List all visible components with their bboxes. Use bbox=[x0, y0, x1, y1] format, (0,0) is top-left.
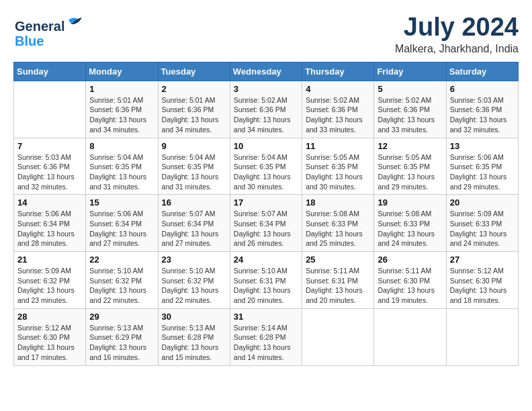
day-info: Sunrise: 5:12 AM Sunset: 6:30 PM Dayligh… bbox=[17, 323, 82, 363]
calendar-cell: 8Sunrise: 5:04 AM Sunset: 6:35 PM Daylig… bbox=[86, 138, 158, 195]
day-number: 21 bbox=[17, 255, 82, 265]
day-info: Sunrise: 5:10 AM Sunset: 6:31 PM Dayligh… bbox=[234, 266, 298, 306]
calendar-cell: 19Sunrise: 5:08 AM Sunset: 6:33 PM Dayli… bbox=[374, 195, 446, 252]
day-info: Sunrise: 5:11 AM Sunset: 6:31 PM Dayligh… bbox=[306, 266, 370, 306]
calendar-cell: 30Sunrise: 5:13 AM Sunset: 6:28 PM Dayli… bbox=[158, 308, 230, 365]
day-number: 4 bbox=[306, 84, 370, 94]
day-number: 1 bbox=[89, 84, 154, 94]
calendar-cell: 15Sunrise: 5:06 AM Sunset: 6:34 PM Dayli… bbox=[86, 195, 158, 252]
day-number: 31 bbox=[234, 312, 298, 322]
header-monday: Monday bbox=[86, 62, 158, 81]
day-info: Sunrise: 5:03 AM Sunset: 6:36 PM Dayligh… bbox=[17, 152, 82, 192]
calendar-cell: 12Sunrise: 5:05 AM Sunset: 6:35 PM Dayli… bbox=[374, 138, 446, 195]
day-info: Sunrise: 5:10 AM Sunset: 6:32 PM Dayligh… bbox=[89, 266, 154, 306]
calendar-cell: 3Sunrise: 5:02 AM Sunset: 6:36 PM Daylig… bbox=[230, 81, 302, 138]
calendar-cell bbox=[302, 308, 374, 365]
day-number: 9 bbox=[162, 141, 226, 151]
svg-text:General: General bbox=[15, 19, 64, 34]
calendar-cell bbox=[14, 81, 86, 138]
day-number: 10 bbox=[234, 141, 298, 151]
calendar-week-1: 1Sunrise: 5:01 AM Sunset: 6:36 PM Daylig… bbox=[14, 81, 519, 138]
day-number: 24 bbox=[234, 255, 298, 265]
svg-text:Blue: Blue bbox=[15, 34, 44, 48]
day-info: Sunrise: 5:09 AM Sunset: 6:33 PM Dayligh… bbox=[450, 209, 515, 248]
day-number: 7 bbox=[17, 141, 82, 151]
day-number: 19 bbox=[378, 197, 442, 208]
day-info: Sunrise: 5:13 AM Sunset: 6:29 PM Dayligh… bbox=[89, 323, 154, 363]
day-number: 20 bbox=[450, 197, 515, 208]
logo-svg: General Blue bbox=[13, 13, 87, 50]
day-info: Sunrise: 5:07 AM Sunset: 6:34 PM Dayligh… bbox=[162, 209, 226, 248]
calendar-cell: 23Sunrise: 5:10 AM Sunset: 6:32 PM Dayli… bbox=[158, 252, 230, 309]
calendar-cell: 29Sunrise: 5:13 AM Sunset: 6:29 PM Dayli… bbox=[86, 308, 158, 365]
day-info: Sunrise: 5:01 AM Sunset: 6:36 PM Dayligh… bbox=[89, 95, 154, 135]
day-number: 2 bbox=[162, 84, 226, 94]
title-section: July 2024 Malkera, Jharkhand, India bbox=[395, 13, 519, 55]
calendar-cell: 1Sunrise: 5:01 AM Sunset: 6:36 PM Daylig… bbox=[86, 81, 158, 138]
day-info: Sunrise: 5:06 AM Sunset: 6:34 PM Dayligh… bbox=[89, 209, 154, 248]
day-info: Sunrise: 5:07 AM Sunset: 6:34 PM Dayligh… bbox=[234, 209, 298, 248]
logo: General Blue bbox=[13, 13, 87, 50]
day-number: 17 bbox=[234, 197, 298, 208]
calendar-cell: 4Sunrise: 5:02 AM Sunset: 6:36 PM Daylig… bbox=[302, 81, 374, 138]
calendar-title: July 2024 bbox=[395, 13, 519, 42]
calendar-cell: 27Sunrise: 5:12 AM Sunset: 6:30 PM Dayli… bbox=[446, 252, 518, 309]
header-friday: Friday bbox=[374, 62, 446, 81]
day-number: 27 bbox=[450, 255, 515, 265]
day-info: Sunrise: 5:04 AM Sunset: 6:35 PM Dayligh… bbox=[89, 152, 154, 192]
day-number: 25 bbox=[306, 255, 370, 265]
calendar-header-row: Sunday Monday Tuesday Wednesday Thursday… bbox=[14, 62, 519, 81]
calendar-week-4: 21Sunrise: 5:09 AM Sunset: 6:32 PM Dayli… bbox=[14, 252, 519, 309]
day-number: 16 bbox=[162, 197, 226, 208]
calendar-cell: 28Sunrise: 5:12 AM Sunset: 6:30 PM Dayli… bbox=[14, 308, 86, 365]
day-number: 22 bbox=[89, 255, 154, 265]
day-info: Sunrise: 5:14 AM Sunset: 6:28 PM Dayligh… bbox=[234, 323, 298, 363]
day-info: Sunrise: 5:01 AM Sunset: 6:36 PM Dayligh… bbox=[162, 95, 226, 135]
header-saturday: Saturday bbox=[446, 62, 518, 81]
day-number: 14 bbox=[17, 197, 82, 208]
day-info: Sunrise: 5:02 AM Sunset: 6:36 PM Dayligh… bbox=[234, 95, 298, 135]
day-number: 6 bbox=[450, 84, 515, 94]
header-wednesday: Wednesday bbox=[230, 62, 302, 81]
day-info: Sunrise: 5:04 AM Sunset: 6:35 PM Dayligh… bbox=[162, 152, 226, 192]
day-number: 30 bbox=[162, 312, 226, 322]
day-info: Sunrise: 5:08 AM Sunset: 6:33 PM Dayligh… bbox=[378, 209, 442, 248]
day-info: Sunrise: 5:06 AM Sunset: 6:35 PM Dayligh… bbox=[450, 152, 515, 192]
day-number: 5 bbox=[378, 84, 442, 94]
day-info: Sunrise: 5:04 AM Sunset: 6:35 PM Dayligh… bbox=[234, 152, 298, 192]
calendar-cell: 2Sunrise: 5:01 AM Sunset: 6:36 PM Daylig… bbox=[158, 81, 230, 138]
calendar-cell: 7Sunrise: 5:03 AM Sunset: 6:36 PM Daylig… bbox=[14, 138, 86, 195]
calendar-cell: 13Sunrise: 5:06 AM Sunset: 6:35 PM Dayli… bbox=[446, 138, 518, 195]
calendar-cell: 10Sunrise: 5:04 AM Sunset: 6:35 PM Dayli… bbox=[230, 138, 302, 195]
day-info: Sunrise: 5:05 AM Sunset: 6:35 PM Dayligh… bbox=[306, 152, 370, 192]
day-number: 13 bbox=[450, 141, 515, 151]
day-number: 28 bbox=[17, 312, 82, 322]
day-number: 3 bbox=[234, 84, 298, 94]
calendar-cell: 11Sunrise: 5:05 AM Sunset: 6:35 PM Dayli… bbox=[302, 138, 374, 195]
day-number: 8 bbox=[89, 141, 154, 151]
day-number: 12 bbox=[378, 141, 442, 151]
calendar-cell: 22Sunrise: 5:10 AM Sunset: 6:32 PM Dayli… bbox=[86, 252, 158, 309]
header-sunday: Sunday bbox=[14, 62, 86, 81]
calendar-cell: 16Sunrise: 5:07 AM Sunset: 6:34 PM Dayli… bbox=[158, 195, 230, 252]
day-info: Sunrise: 5:10 AM Sunset: 6:32 PM Dayligh… bbox=[162, 266, 226, 306]
calendar-cell: 17Sunrise: 5:07 AM Sunset: 6:34 PM Dayli… bbox=[230, 195, 302, 252]
calendar-cell: 6Sunrise: 5:03 AM Sunset: 6:36 PM Daylig… bbox=[446, 81, 518, 138]
calendar-week-2: 7Sunrise: 5:03 AM Sunset: 6:36 PM Daylig… bbox=[14, 138, 519, 195]
day-number: 26 bbox=[378, 255, 442, 265]
header-thursday: Thursday bbox=[302, 62, 374, 81]
day-info: Sunrise: 5:11 AM Sunset: 6:30 PM Dayligh… bbox=[378, 266, 442, 306]
day-info: Sunrise: 5:05 AM Sunset: 6:35 PM Dayligh… bbox=[378, 152, 442, 192]
day-info: Sunrise: 5:06 AM Sunset: 6:34 PM Dayligh… bbox=[17, 209, 82, 248]
day-number: 23 bbox=[162, 255, 226, 265]
day-info: Sunrise: 5:13 AM Sunset: 6:28 PM Dayligh… bbox=[162, 323, 226, 363]
day-info: Sunrise: 5:08 AM Sunset: 6:33 PM Dayligh… bbox=[306, 209, 370, 248]
day-info: Sunrise: 5:02 AM Sunset: 6:36 PM Dayligh… bbox=[378, 95, 442, 135]
calendar-week-5: 28Sunrise: 5:12 AM Sunset: 6:30 PM Dayli… bbox=[14, 308, 519, 365]
calendar-cell: 25Sunrise: 5:11 AM Sunset: 6:31 PM Dayli… bbox=[302, 252, 374, 309]
page-header: General Blue July 2024 Malkera, Jharkhan… bbox=[13, 13, 519, 55]
calendar-cell: 14Sunrise: 5:06 AM Sunset: 6:34 PM Dayli… bbox=[14, 195, 86, 252]
calendar-cell: 24Sunrise: 5:10 AM Sunset: 6:31 PM Dayli… bbox=[230, 252, 302, 309]
calendar-cell: 21Sunrise: 5:09 AM Sunset: 6:32 PM Dayli… bbox=[14, 252, 86, 309]
day-number: 15 bbox=[89, 197, 154, 208]
